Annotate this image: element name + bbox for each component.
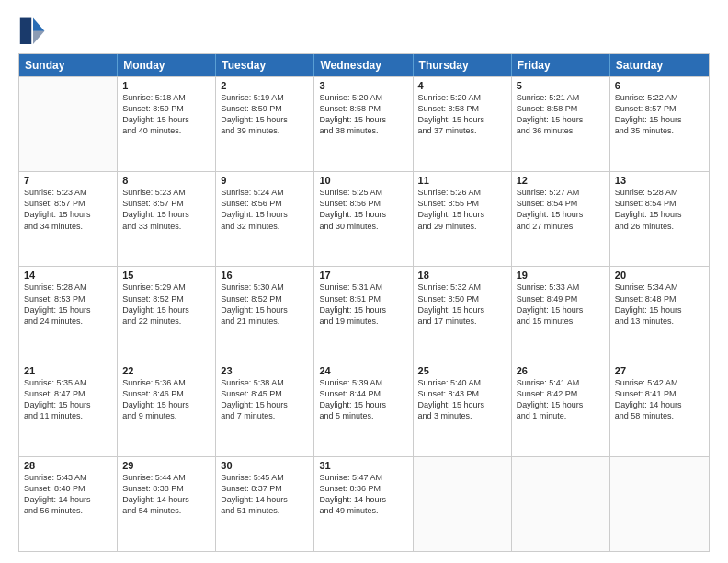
day-number: 13 [615, 175, 704, 186]
day-cell-13: 13Sunrise: 5:28 AM Sunset: 8:54 PM Dayli… [610, 172, 709, 266]
day-number: 1 [122, 80, 210, 91]
day-cell-19: 19Sunrise: 5:33 AM Sunset: 8:49 PM Dayli… [512, 267, 610, 361]
day-cell-9: 9Sunrise: 5:24 AM Sunset: 8:56 PM Daylig… [216, 172, 314, 266]
calendar-row-3: 14Sunrise: 5:28 AM Sunset: 8:53 PM Dayli… [19, 266, 709, 361]
day-number: 17 [319, 270, 407, 281]
day-number: 14 [24, 270, 112, 281]
svg-rect-2 [20, 18, 31, 44]
day-cell-1: 1Sunrise: 5:18 AM Sunset: 8:59 PM Daylig… [118, 77, 216, 171]
header [18, 15, 710, 44]
svg-marker-0 [33, 18, 44, 31]
day-info: Sunrise: 5:21 AM Sunset: 8:58 PM Dayligh… [517, 92, 605, 137]
empty-cell-0-0 [19, 77, 118, 171]
day-cell-10: 10Sunrise: 5:25 AM Sunset: 8:56 PM Dayli… [314, 172, 413, 266]
page: SundayMondayTuesdayWednesdayThursdayFrid… [0, 0, 728, 563]
day-number: 3 [319, 80, 407, 91]
day-cell-5: 5Sunrise: 5:21 AM Sunset: 8:58 PM Daylig… [512, 77, 610, 171]
header-day-monday: Monday [118, 54, 216, 76]
day-number: 6 [615, 80, 704, 91]
empty-cell-4-4 [414, 457, 512, 551]
header-day-wednesday: Wednesday [314, 54, 413, 76]
day-info: Sunrise: 5:38 AM Sunset: 8:45 PM Dayligh… [221, 377, 309, 422]
day-number: 29 [122, 460, 210, 471]
day-info: Sunrise: 5:18 AM Sunset: 8:59 PM Dayligh… [122, 92, 210, 137]
calendar-row-2: 7Sunrise: 5:23 AM Sunset: 8:57 PM Daylig… [19, 171, 709, 266]
day-number: 2 [221, 80, 309, 91]
day-cell-3: 3Sunrise: 5:20 AM Sunset: 8:58 PM Daylig… [314, 77, 413, 171]
day-info: Sunrise: 5:34 AM Sunset: 8:48 PM Dayligh… [615, 282, 704, 327]
day-cell-26: 26Sunrise: 5:41 AM Sunset: 8:42 PM Dayli… [512, 362, 610, 456]
day-info: Sunrise: 5:23 AM Sunset: 8:57 PM Dayligh… [24, 187, 112, 232]
day-number: 9 [221, 175, 309, 186]
day-number: 10 [319, 175, 407, 186]
day-number: 16 [221, 270, 309, 281]
day-cell-24: 24Sunrise: 5:39 AM Sunset: 8:44 PM Dayli… [314, 362, 413, 456]
day-cell-7: 7Sunrise: 5:23 AM Sunset: 8:57 PM Daylig… [19, 172, 118, 266]
empty-cell-4-5 [512, 457, 610, 551]
day-cell-20: 20Sunrise: 5:34 AM Sunset: 8:48 PM Dayli… [610, 267, 709, 361]
day-cell-8: 8Sunrise: 5:23 AM Sunset: 8:57 PM Daylig… [118, 172, 216, 266]
header-day-friday: Friday [512, 54, 610, 76]
day-number: 31 [319, 460, 407, 471]
day-info: Sunrise: 5:33 AM Sunset: 8:49 PM Dayligh… [517, 282, 605, 327]
day-number: 28 [24, 460, 112, 471]
day-cell-18: 18Sunrise: 5:32 AM Sunset: 8:50 PM Dayli… [414, 267, 512, 361]
day-info: Sunrise: 5:40 AM Sunset: 8:43 PM Dayligh… [418, 377, 506, 422]
day-info: Sunrise: 5:45 AM Sunset: 8:37 PM Dayligh… [221, 472, 309, 517]
day-cell-2: 2Sunrise: 5:19 AM Sunset: 8:59 PM Daylig… [216, 77, 314, 171]
day-cell-6: 6Sunrise: 5:22 AM Sunset: 8:57 PM Daylig… [610, 77, 709, 171]
day-number: 22 [122, 365, 210, 376]
header-day-thursday: Thursday [414, 54, 512, 76]
calendar-header: SundayMondayTuesdayWednesdayThursdayFrid… [19, 54, 709, 76]
day-info: Sunrise: 5:23 AM Sunset: 8:57 PM Dayligh… [122, 187, 210, 232]
day-cell-22: 22Sunrise: 5:36 AM Sunset: 8:46 PM Dayli… [118, 362, 216, 456]
day-number: 8 [122, 175, 210, 186]
day-cell-16: 16Sunrise: 5:30 AM Sunset: 8:52 PM Dayli… [216, 267, 314, 361]
day-cell-21: 21Sunrise: 5:35 AM Sunset: 8:47 PM Dayli… [19, 362, 118, 456]
day-number: 25 [418, 365, 506, 376]
calendar: SundayMondayTuesdayWednesdayThursdayFrid… [18, 53, 710, 552]
day-info: Sunrise: 5:20 AM Sunset: 8:58 PM Dayligh… [319, 92, 407, 137]
day-info: Sunrise: 5:35 AM Sunset: 8:47 PM Dayligh… [24, 377, 112, 422]
day-cell-30: 30Sunrise: 5:45 AM Sunset: 8:37 PM Dayli… [216, 457, 314, 551]
day-info: Sunrise: 5:28 AM Sunset: 8:53 PM Dayligh… [24, 282, 112, 327]
day-number: 27 [615, 365, 704, 376]
day-info: Sunrise: 5:42 AM Sunset: 8:41 PM Dayligh… [615, 377, 704, 422]
day-info: Sunrise: 5:29 AM Sunset: 8:52 PM Dayligh… [122, 282, 210, 327]
header-day-sunday: Sunday [19, 54, 118, 76]
day-number: 21 [24, 365, 112, 376]
day-number: 24 [319, 365, 407, 376]
empty-cell-4-6 [610, 457, 709, 551]
day-info: Sunrise: 5:32 AM Sunset: 8:50 PM Dayligh… [418, 282, 506, 327]
day-cell-23: 23Sunrise: 5:38 AM Sunset: 8:45 PM Dayli… [216, 362, 314, 456]
day-cell-14: 14Sunrise: 5:28 AM Sunset: 8:53 PM Dayli… [19, 267, 118, 361]
day-cell-17: 17Sunrise: 5:31 AM Sunset: 8:51 PM Dayli… [314, 267, 413, 361]
day-cell-27: 27Sunrise: 5:42 AM Sunset: 8:41 PM Dayli… [610, 362, 709, 456]
day-info: Sunrise: 5:22 AM Sunset: 8:57 PM Dayligh… [615, 92, 704, 137]
day-info: Sunrise: 5:24 AM Sunset: 8:56 PM Dayligh… [221, 187, 309, 232]
logo [18, 15, 53, 44]
day-info: Sunrise: 5:28 AM Sunset: 8:54 PM Dayligh… [615, 187, 704, 232]
day-number: 19 [517, 270, 605, 281]
day-info: Sunrise: 5:43 AM Sunset: 8:40 PM Dayligh… [24, 472, 112, 517]
logo-icon [18, 15, 48, 44]
day-info: Sunrise: 5:27 AM Sunset: 8:54 PM Dayligh… [517, 187, 605, 232]
day-info: Sunrise: 5:44 AM Sunset: 8:38 PM Dayligh… [122, 472, 210, 517]
day-info: Sunrise: 5:47 AM Sunset: 8:36 PM Dayligh… [319, 472, 407, 517]
day-number: 23 [221, 365, 309, 376]
day-cell-28: 28Sunrise: 5:43 AM Sunset: 8:40 PM Dayli… [19, 457, 118, 551]
day-number: 15 [122, 270, 210, 281]
day-number: 12 [517, 175, 605, 186]
day-info: Sunrise: 5:26 AM Sunset: 8:55 PM Dayligh… [418, 187, 506, 232]
day-number: 18 [418, 270, 506, 281]
calendar-row-4: 21Sunrise: 5:35 AM Sunset: 8:47 PM Dayli… [19, 362, 709, 456]
day-number: 7 [24, 175, 112, 186]
header-day-tuesday: Tuesday [216, 54, 314, 76]
day-info: Sunrise: 5:36 AM Sunset: 8:46 PM Dayligh… [122, 377, 210, 422]
day-cell-25: 25Sunrise: 5:40 AM Sunset: 8:43 PM Dayli… [414, 362, 512, 456]
day-cell-31: 31Sunrise: 5:47 AM Sunset: 8:36 PM Dayli… [314, 457, 413, 551]
day-info: Sunrise: 5:41 AM Sunset: 8:42 PM Dayligh… [517, 377, 605, 422]
day-number: 26 [517, 365, 605, 376]
day-number: 4 [418, 80, 506, 91]
day-cell-29: 29Sunrise: 5:44 AM Sunset: 8:38 PM Dayli… [118, 457, 216, 551]
